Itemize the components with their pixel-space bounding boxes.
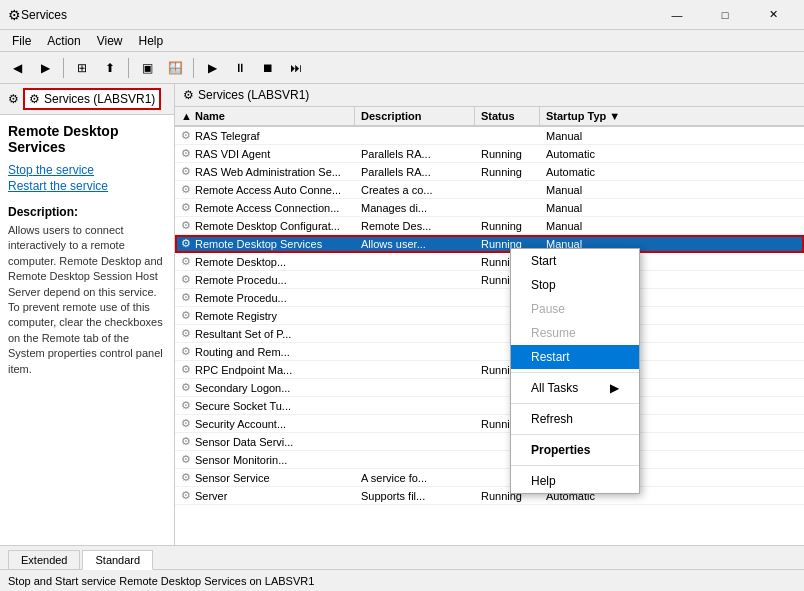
table-row[interactable]: ⚙ Sensor Monitorin... Manual (Tri: [175, 451, 804, 469]
table-row[interactable]: ⚙ Server Supports fil... Running Automat…: [175, 487, 804, 505]
row-desc-text: [355, 260, 475, 264]
context-menu-item-resume: Resume: [511, 321, 639, 345]
row-gear-icon: ⚙: [181, 165, 191, 178]
table-row[interactable]: ⚙ RAS Telegraf Manual: [175, 127, 804, 145]
minimize-button[interactable]: —: [654, 0, 700, 30]
table-row[interactable]: ⚙ Remote Desktop... Running Manual: [175, 253, 804, 271]
row-desc-text: [355, 278, 475, 282]
selected-nav-item[interactable]: ⚙ Services (LABSVR1): [23, 88, 161, 110]
row-status-text: Running: [475, 164, 540, 180]
table-row[interactable]: ⚙ Routing and Rem... Disabled: [175, 343, 804, 361]
context-menu-separator: [511, 465, 639, 466]
table-row[interactable]: ⚙ Remote Desktop Services Allows user...…: [175, 235, 804, 253]
row-startup-text: Manual: [540, 218, 630, 234]
row-desc-text: [355, 404, 475, 408]
table-row[interactable]: ⚙ Resultant Set of P... Manual: [175, 325, 804, 343]
show-hide-button[interactable]: ⊞: [69, 56, 95, 80]
row-name-text: Sensor Monitorin...: [195, 454, 287, 466]
table-row[interactable]: ⚙ Remote Desktop Configurat... Remote De…: [175, 217, 804, 235]
table-row[interactable]: ⚙ Remote Registry Automatic: [175, 307, 804, 325]
tab-extended[interactable]: Extended: [8, 550, 80, 569]
row-name-text: Remote Access Auto Conne...: [195, 184, 341, 196]
left-header-icon: ⚙: [8, 92, 19, 106]
context-menu-item-help[interactable]: Help: [511, 469, 639, 493]
table-row[interactable]: ⚙ RPC Endpoint Ma... Running Automatic: [175, 361, 804, 379]
row-gear-icon: ⚙: [181, 345, 191, 358]
status-bar: Stop and Start service Remote Desktop Se…: [0, 569, 804, 591]
row-status-text: [475, 134, 540, 138]
tab-standard[interactable]: Standard: [82, 550, 153, 570]
row-desc-text: [355, 350, 475, 354]
stop-button[interactable]: ⏹: [255, 56, 281, 80]
row-gear-icon: ⚙: [181, 237, 191, 250]
row-name-text: Sensor Service: [195, 472, 270, 484]
menu-action[interactable]: Action: [39, 32, 88, 50]
row-status-text: Running: [475, 146, 540, 162]
row-name-text: RAS Web Administration Se...: [195, 166, 341, 178]
left-panel-content: Remote Desktop Services Stop the service…: [0, 115, 174, 545]
row-desc-text: [355, 458, 475, 462]
context-menu-item-stop[interactable]: Stop: [511, 273, 639, 297]
context-menu-item-pause: Pause: [511, 297, 639, 321]
row-desc-text: [355, 332, 475, 336]
table-body: ⚙ RAS Telegraf Manual ⚙ RAS VDI Agent Pa…: [175, 127, 804, 507]
row-startup-text: Manual: [540, 182, 630, 198]
table-row[interactable]: ⚙ Secondary Logon... Manual: [175, 379, 804, 397]
row-name-text: Secondary Logon...: [195, 382, 290, 394]
row-gear-icon: ⚙: [181, 129, 191, 142]
show-hide2-button[interactable]: ▣: [134, 56, 160, 80]
context-menu-item-start[interactable]: Start: [511, 249, 639, 273]
row-desc-text: Allows user...: [355, 236, 475, 252]
table-row[interactable]: ⚙ RAS VDI Agent Parallels RA... Running …: [175, 145, 804, 163]
row-startup-text: Manual: [540, 128, 630, 144]
row-name-text: Remote Registry: [195, 310, 277, 322]
row-desc-text: Supports fil...: [355, 488, 475, 504]
right-header-label: Services (LABSVR1): [198, 88, 309, 102]
row-desc-text: Creates a co...: [355, 182, 475, 198]
table-row[interactable]: ⚙ Sensor Data Servi... Disabled: [175, 433, 804, 451]
row-status-text: [475, 188, 540, 192]
pause-button[interactable]: ⏸: [227, 56, 253, 80]
table-row[interactable]: ⚙ Remote Access Auto Conne... Creates a …: [175, 181, 804, 199]
row-desc-text: Manages di...: [355, 200, 475, 216]
context-menu-item-properties[interactable]: Properties: [511, 438, 639, 462]
row-gear-icon: ⚙: [181, 363, 191, 376]
table-row[interactable]: ⚙ Remote Procedu... Running Automatic: [175, 271, 804, 289]
maximize-button[interactable]: □: [702, 0, 748, 30]
back-button[interactable]: ◀: [4, 56, 30, 80]
table-row[interactable]: ⚙ Security Account... Running Automatic: [175, 415, 804, 433]
table-row[interactable]: ⚙ Remote Access Connection... Manages di…: [175, 199, 804, 217]
services-table: ▲ Name Description Status Startup Typ ▼ …: [175, 107, 804, 545]
stop-link[interactable]: Stop the service: [8, 163, 166, 177]
table-row[interactable]: ⚙ RAS Web Administration Se... Parallels…: [175, 163, 804, 181]
table-row[interactable]: ⚙ Secure Socket Tu... Manual: [175, 397, 804, 415]
menu-file[interactable]: File: [4, 32, 39, 50]
up-button[interactable]: ⬆: [97, 56, 123, 80]
row-name-text: Remote Desktop Configurat...: [195, 220, 340, 232]
right-header-icon: ⚙: [183, 88, 194, 102]
row-desc-text: [355, 440, 475, 444]
play-button[interactable]: ▶: [199, 56, 225, 80]
context-menu-separator: [511, 372, 639, 373]
window-title: Services: [21, 8, 654, 22]
row-desc-text: [355, 386, 475, 390]
menu-help[interactable]: Help: [131, 32, 172, 50]
row-desc-text: [355, 314, 475, 318]
row-gear-icon: ⚙: [181, 471, 191, 484]
new-window-button[interactable]: 🪟: [162, 56, 188, 80]
restart-link[interactable]: Restart the service: [8, 179, 166, 193]
menu-view[interactable]: View: [89, 32, 131, 50]
context-menu-item-restart[interactable]: Restart: [511, 345, 639, 369]
row-startup-text: Automatic: [540, 164, 630, 180]
context-menu-item-all-tasks[interactable]: All Tasks▶: [511, 376, 639, 400]
forward-button[interactable]: ▶: [32, 56, 58, 80]
context-menu-item-refresh[interactable]: Refresh: [511, 407, 639, 431]
row-startup-text: Manual: [540, 200, 630, 216]
col-name-header: ▲ Name: [175, 107, 355, 125]
close-button[interactable]: ✕: [750, 0, 796, 30]
window-controls: — □ ✕: [654, 0, 796, 30]
restart-button[interactable]: ⏭: [283, 56, 309, 80]
table-row[interactable]: ⚙ Remote Procedu... Manual: [175, 289, 804, 307]
row-desc-text: [355, 296, 475, 300]
table-row[interactable]: ⚙ Sensor Service A service fo... Manual …: [175, 469, 804, 487]
